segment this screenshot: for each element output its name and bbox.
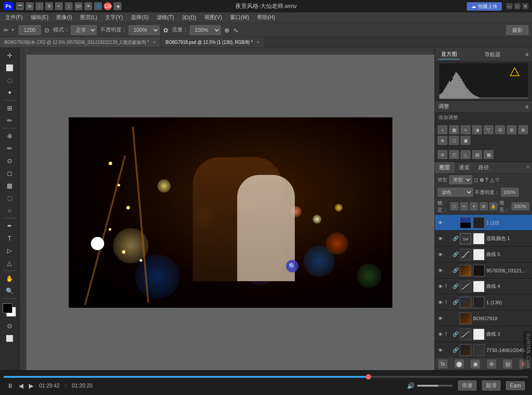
levels-adj[interactable]: ▦ (449, 125, 459, 134)
layer-row-5[interactable]: 👁 f 🔗 1 (130) (435, 294, 532, 310)
brush-shape-icon[interactable]: ⊙ (44, 27, 50, 34)
lock-artboard-btn[interactable]: ⊞ (480, 202, 488, 210)
filter-shape-icon[interactable]: △ (490, 177, 494, 183)
tab-layers[interactable]: 图层 (435, 162, 454, 173)
brush-tool[interactable]: ✏ (2, 143, 18, 154)
add-mask-btn[interactable]: ⬤ (455, 360, 464, 368)
back-icon[interactable]: ◀ (113, 2, 121, 10)
smooth-icon[interactable]: ∿ (233, 27, 239, 34)
layer-row-0[interactable]: 👁 1 (10) (435, 215, 532, 231)
layer-row-7[interactable]: 👁 f 🔗 曲线 3 (435, 326, 532, 342)
hsl-adj[interactable]: ⊟ (495, 125, 505, 134)
settings-icon[interactable]: ⚙ (45, 2, 53, 10)
layer-eye-2[interactable]: 👁 (437, 251, 444, 258)
threshold-adj[interactable]: △ (461, 150, 470, 159)
view-icon[interactable]: 👁 (84, 2, 92, 10)
layer-eye-4[interactable]: 👁 (437, 283, 444, 290)
menu-layer[interactable]: 图层(L) (77, 13, 101, 22)
filter-pixel-icon[interactable]: ◻ (474, 177, 478, 183)
cloud-upload-btn[interactable]: ☁ 拍摄上传 (467, 2, 502, 11)
channelmixer-adj[interactable]: ⬡ (449, 136, 459, 145)
quality-btn[interactable]: 超清 (482, 380, 501, 391)
zoom-tool[interactable]: 🔍 (2, 285, 18, 297)
menu-help[interactable]: 帮助(H) (254, 13, 279, 22)
layer-eye-5[interactable]: 👁 (437, 299, 444, 306)
circle-icon[interactable]: ○ (35, 2, 43, 10)
filter-icon[interactable]: ⟦ (65, 2, 73, 10)
filter-adj-icon[interactable]: ✿ (480, 177, 484, 183)
eyedropper-tool[interactable]: ✏ (2, 115, 18, 126)
layer-row-3[interactable]: 👁 🔗 9578206_03121... (435, 263, 532, 279)
photo-canvas[interactable]: 🔍 (69, 117, 392, 308)
filter-smart-icon[interactable]: ▽ (496, 177, 499, 183)
prev-frame-btn[interactable]: ◀ (19, 382, 23, 389)
menu-edit[interactable]: 编辑(E) (27, 13, 52, 22)
lock-pixels-btn[interactable]: ✏ (460, 202, 468, 210)
3d-icon[interactable]: 3D (74, 2, 82, 10)
vibrance-adj[interactable]: ▽ (484, 125, 493, 134)
selectivecolor-adj[interactable]: ▦ (484, 150, 493, 159)
layer-eye-6[interactable]: 👁 (437, 315, 444, 322)
histogram-menu-icon[interactable]: ≡ (525, 51, 528, 58)
lock-transparent-btn[interactable]: ◻ (450, 202, 458, 210)
lock-all-btn[interactable]: 🔒 (489, 202, 497, 210)
posterize-adj[interactable]: ◰ (449, 150, 459, 159)
lasso-tool[interactable]: ◌ (2, 74, 18, 86)
new-group-btn[interactable]: ▣ (471, 360, 480, 368)
add-fx-btn[interactable]: fx (438, 360, 447, 368)
opacity-select[interactable]: 100% (129, 25, 160, 35)
layer-row-4[interactable]: 👁 f 🔗 曲线 4 (435, 279, 532, 294)
clone-tool[interactable]: ⊙ (2, 155, 18, 167)
video-progress-bar[interactable] (4, 376, 528, 378)
flow-select[interactable]: 100% (190, 25, 221, 35)
menu-filter[interactable]: 滤镜(T) (153, 13, 177, 22)
crop-tool[interactable]: ⊞ (2, 102, 18, 114)
move-tool[interactable]: ✛ (2, 50, 18, 61)
brush-icon[interactable]: ✏ (55, 2, 63, 10)
close-btn[interactable]: ✕ (522, 3, 528, 9)
menu-text[interactable]: 文字(Y) (102, 13, 126, 22)
new-layer-btn[interactable]: ▤ (503, 360, 512, 368)
photofilter-adj[interactable]: ⊕ (438, 136, 447, 145)
airbrush-icon[interactable]: ✿ (163, 27, 168, 34)
layer-row-1[interactable]: 👁 🔗 Sel 选取颜色 1 (435, 231, 532, 247)
quick-mask-mode[interactable]: ⊙ (2, 320, 18, 332)
layer-row-6[interactable]: 👁 BO8G7918 (435, 310, 532, 326)
navigator-tab[interactable]: 导航器 (482, 50, 503, 59)
menu-file[interactable]: 文件(F) (2, 13, 26, 22)
layers-menu-icon[interactable]: ≡ (524, 162, 532, 173)
gradientmap-adj[interactable]: ▤ (472, 150, 482, 159)
healing-tool[interactable]: ⊕ (2, 130, 18, 142)
filter-text-icon[interactable]: T (485, 177, 489, 182)
brush-size-input[interactable] (19, 25, 41, 35)
layer-eye-3[interactable]: 👁 (437, 267, 444, 274)
next-frame-btn[interactable]: ▶ (29, 382, 34, 389)
volume-icon[interactable]: 🔊 (407, 382, 415, 389)
new-adj-btn[interactable]: ⊕ (487, 360, 496, 368)
layer-eye-8[interactable]: 👁 (437, 347, 444, 354)
tab-cr2[interactable]: BO8G7918副本.CR2 @ 12.5% (9578206_03121922… (0, 37, 161, 47)
gradient-tool[interactable]: ▦ (2, 180, 18, 191)
canvas-content[interactable]: 🔍 (27, 55, 434, 370)
curves-adj[interactable]: ∿ (461, 125, 470, 134)
menu-select[interactable]: 选择(S) (127, 13, 152, 22)
video-progress-thumb[interactable] (366, 374, 371, 380)
selection-tool[interactable]: ⬜ (2, 62, 18, 74)
volume-slider[interactable] (417, 385, 453, 387)
colorlookup-adj[interactable]: ▣ (461, 136, 470, 145)
play-pause-btn[interactable]: ⏸ (7, 382, 13, 389)
text-tool[interactable]: T (2, 232, 18, 244)
eraser-tool[interactable]: ◻ (2, 167, 18, 179)
blendmode-select[interactable]: 滤色 (438, 188, 473, 197)
menu-view[interactable]: 视图(V) (201, 13, 226, 22)
photography-btn[interactable]: 摄影 (506, 25, 528, 35)
tab-channels[interactable]: 通道 (454, 162, 474, 173)
tab-paths[interactable]: 路径 (474, 162, 493, 173)
minimize-btn[interactable]: — (506, 3, 512, 9)
pen-tool[interactable]: ✒ (2, 220, 18, 232)
path-select-tool[interactable]: ▷ (2, 245, 18, 256)
menu-window[interactable]: 窗口(W) (227, 13, 253, 22)
layers-icon[interactable]: ⊞ (26, 2, 34, 10)
flow-icon[interactable]: ⊕ (224, 27, 230, 34)
shape-tool[interactable]: △ (2, 257, 18, 269)
